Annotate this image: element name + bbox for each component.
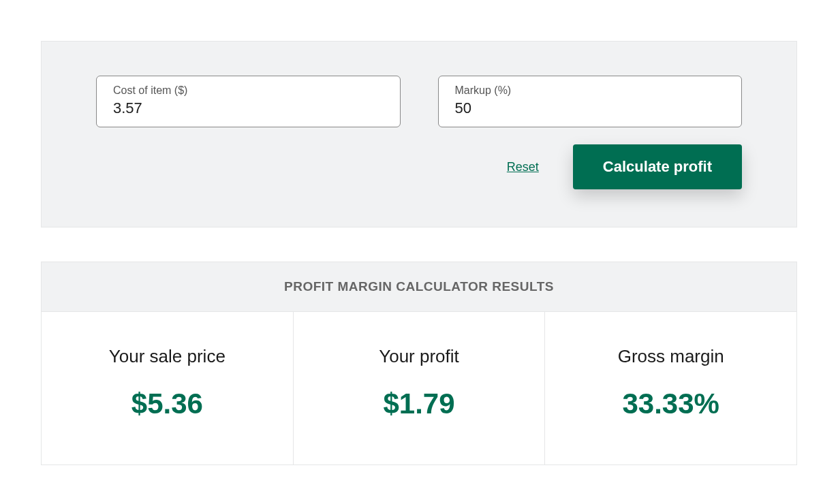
gross-margin-label: Gross margin: [559, 346, 783, 367]
markup-input[interactable]: [455, 99, 726, 117]
gross-margin-value: 33.33%: [559, 388, 783, 420]
profit-cell: Your profit $1.79: [294, 312, 546, 464]
results-grid: Your sale price $5.36 Your profit $1.79 …: [42, 312, 796, 464]
markup-input-group: Markup (%): [438, 76, 743, 127]
calculate-profit-button[interactable]: Calculate profit: [573, 144, 742, 189]
markup-input-label: Markup (%): [455, 84, 726, 97]
cost-input-group: Cost of item ($): [96, 76, 401, 127]
profit-value: $1.79: [307, 388, 531, 420]
sale-price-value: $5.36: [55, 388, 279, 420]
markup-input-field[interactable]: Markup (%): [438, 76, 743, 127]
cost-input-label: Cost of item ($): [113, 84, 384, 97]
results-header: PROFIT MARGIN CALCULATOR RESULTS: [42, 262, 796, 312]
profit-label: Your profit: [307, 346, 531, 367]
cost-input-field[interactable]: Cost of item ($): [96, 76, 401, 127]
results-panel: PROFIT MARGIN CALCULATOR RESULTS Your sa…: [41, 262, 797, 465]
reset-button[interactable]: Reset: [507, 160, 539, 174]
input-row: Cost of item ($) Markup (%): [96, 76, 742, 127]
actions-row: Reset Calculate profit: [96, 144, 742, 189]
sale-price-label: Your sale price: [55, 346, 279, 367]
gross-margin-cell: Gross margin 33.33%: [545, 312, 796, 464]
cost-input[interactable]: [113, 99, 384, 117]
calculator-panel: Cost of item ($) Markup (%) Reset Calcul…: [41, 41, 797, 227]
sale-price-cell: Your sale price $5.36: [42, 312, 294, 464]
